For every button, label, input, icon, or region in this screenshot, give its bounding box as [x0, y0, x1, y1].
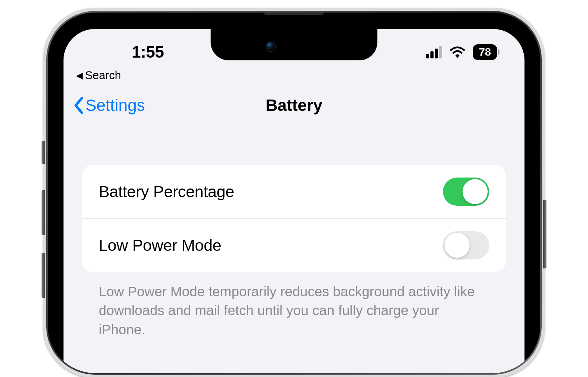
settings-group: Battery Percentage Low Power Mode — [82, 165, 506, 272]
battery-percentage-row: Battery Percentage — [82, 165, 506, 218]
wifi-icon — [449, 46, 466, 58]
setting-label: Battery Percentage — [99, 183, 234, 201]
low-power-mode-row: Low Power Mode — [82, 218, 506, 272]
notch — [211, 29, 377, 60]
toggle-knob — [463, 179, 488, 204]
battery-indicator: 78 — [473, 44, 497, 60]
volume-down-button — [42, 253, 45, 298]
back-button-label: Settings — [85, 96, 145, 115]
mute-switch — [42, 141, 45, 164]
breadcrumb-label: Search — [85, 69, 121, 82]
phone-frame: 1:55 — [43, 8, 545, 377]
page-title: Battery — [266, 96, 323, 115]
screen: 1:55 — [64, 29, 524, 373]
footer-description: Low Power Mode temporarily reduces backg… — [82, 272, 506, 339]
battery-percentage-value: 78 — [479, 46, 491, 58]
chevron-left-icon — [73, 97, 85, 114]
cellular-signal-icon — [426, 46, 442, 58]
front-camera — [266, 42, 276, 52]
low-power-mode-toggle[interactable] — [443, 231, 489, 259]
content-area: Battery Percentage Low Power Mode — [64, 123, 524, 339]
back-button[interactable]: Settings — [73, 96, 145, 115]
breadcrumb-back[interactable]: ◀ Search — [76, 69, 121, 82]
volume-up-button — [42, 190, 45, 235]
toggle-knob — [445, 233, 470, 258]
chevron-left-icon: ◀ — [76, 71, 83, 81]
navigation-bar: Settings Battery — [64, 82, 524, 123]
earpiece-speaker — [264, 13, 325, 15]
setting-label: Low Power Mode — [99, 236, 221, 255]
status-time: 1:55 — [91, 43, 205, 62]
battery-percentage-toggle[interactable] — [443, 178, 489, 206]
power-button — [543, 200, 546, 268]
